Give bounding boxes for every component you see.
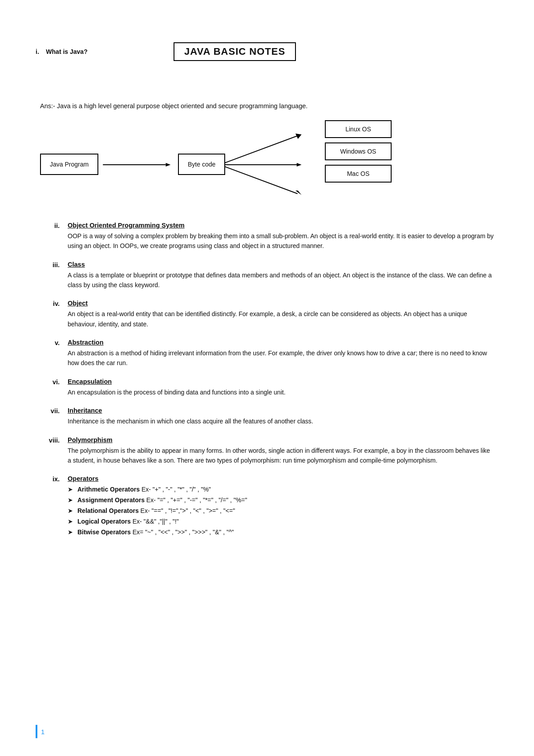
op-label-0: Arithmetic Operators Ex- "+" , "-" , "*"…	[77, 484, 211, 495]
os-group: Linux OS Windows OS Mac OS	[325, 120, 392, 183]
svg-marker-7	[295, 191, 302, 195]
section-viii-num: viii.	[40, 436, 60, 444]
question-num: i.	[36, 48, 39, 55]
svg-line-2	[225, 136, 298, 163]
op-label-3: Logical Operators Ex- "&&" ,"||" , "!"	[77, 516, 179, 527]
section-viii-title: Polymorphism	[68, 436, 113, 443]
page-number: 1	[41, 728, 44, 736]
section-vi: vi. Encapsulation An encapsulation is th…	[40, 378, 494, 397]
arrow-bullet-4: ➤	[68, 527, 73, 538]
operator-item-0: ➤ Arithmetic Operators Ex- "+" , "-" , "…	[68, 484, 494, 495]
section-vii-title: Inheritance	[68, 407, 102, 414]
question-i-label: i. What is Java?	[36, 48, 88, 55]
byte-code-box: Byte code	[178, 154, 225, 175]
section-iv-num: iv.	[40, 300, 60, 307]
section-iv-body: An object is a real-world entity that ca…	[68, 309, 494, 329]
section-vii-num: vii.	[40, 407, 60, 415]
page-title-box: JAVA BASIC NOTES	[174, 42, 296, 61]
windows-os-box: Windows OS	[325, 142, 392, 160]
section-iii-body: A class is a template or blueprint or pr…	[68, 270, 494, 290]
operator-item-3: ➤ Logical Operators Ex- "&&" ,"||" , "!"	[68, 516, 494, 527]
section-ix-title: Operators	[68, 475, 98, 482]
section-iii-title: Class	[68, 261, 85, 268]
section-iv: iv. Object An object is a real-world ent…	[40, 300, 494, 329]
mac-os-box: Mac OS	[325, 165, 392, 183]
answer-line: Ans:- Java is a high level general purpo…	[40, 102, 494, 111]
section-ii-num: ii.	[40, 222, 60, 229]
page-footer: 1	[36, 725, 44, 738]
arrow-bullet-1: ➤	[68, 495, 73, 506]
svg-marker-3	[295, 134, 302, 139]
section-vii: vii. Inheritance Inheritance is the mech…	[40, 407, 494, 426]
svg-marker-1	[166, 163, 170, 167]
section-iii-num: iii.	[40, 261, 60, 268]
diagram-container: Java Program Byte code Linux OS Windows …	[40, 120, 494, 209]
operator-item-4: ➤ Bitwise Operators Ex= "~" , "<<" , ">>…	[68, 527, 494, 538]
operator-item-2: ➤ Relational Operators Ex- "==" , "!=","…	[68, 506, 494, 516]
section-v: v. Abstraction An abstraction is a metho…	[40, 339, 494, 368]
svg-line-6	[225, 167, 298, 194]
section-viii-body: The polymorphism is the ability to appea…	[68, 446, 494, 466]
section-vi-title: Encapsulation	[68, 378, 112, 385]
section-vii-body: Inheritance is the mechanism in which on…	[68, 416, 494, 426]
section-ix: ix. Operators ➤ Arithmetic Operators Ex-…	[40, 475, 494, 537]
section-ii-body: OOP is a way of solving a complex proble…	[68, 231, 494, 251]
section-ii-title: Object Oriented Programming System	[68, 222, 185, 229]
page-bar	[36, 725, 37, 738]
section-ix-num: ix.	[40, 475, 60, 483]
svg-marker-5	[297, 163, 302, 167]
section-ii: ii. Object Oriented Programming System O…	[40, 222, 494, 251]
section-iii: iii. Class A class is a template or blue…	[40, 261, 494, 290]
section-iv-title: Object	[68, 300, 88, 307]
section-viii: viii. Polymorphism The polymorphism is t…	[40, 436, 494, 466]
section-vi-num: vi.	[40, 378, 60, 386]
operator-item-1: ➤ Assignment Operators Ex- "=" , "+=" , …	[68, 495, 494, 506]
arrow-bullet-3: ➤	[68, 516, 73, 527]
operators-list: ➤ Arithmetic Operators Ex- "+" , "-" , "…	[68, 484, 494, 537]
sections-container: ii. Object Oriented Programming System O…	[40, 222, 494, 538]
java-program-box: Java Program	[40, 154, 98, 175]
op-label-1: Assignment Operators Ex- "=" , "+=" , "-…	[77, 495, 247, 506]
section-v-num: v.	[40, 339, 60, 346]
section-v-body: An abstraction is a method of hiding irr…	[68, 348, 494, 368]
arrow-bullet-2: ➤	[68, 506, 73, 516]
section-vi-body: An encapsulation is the process of bindi…	[68, 387, 494, 397]
op-label-2: Relational Operators Ex- "==" , "!=",">"…	[77, 506, 235, 516]
linux-os-box: Linux OS	[325, 120, 392, 138]
arrow-bullet-0: ➤	[68, 484, 73, 495]
op-label-4: Bitwise Operators Ex= "~" , "<<" , ">>" …	[77, 527, 234, 538]
section-v-title: Abstraction	[68, 339, 104, 346]
question-text: What is Java?	[46, 48, 87, 55]
